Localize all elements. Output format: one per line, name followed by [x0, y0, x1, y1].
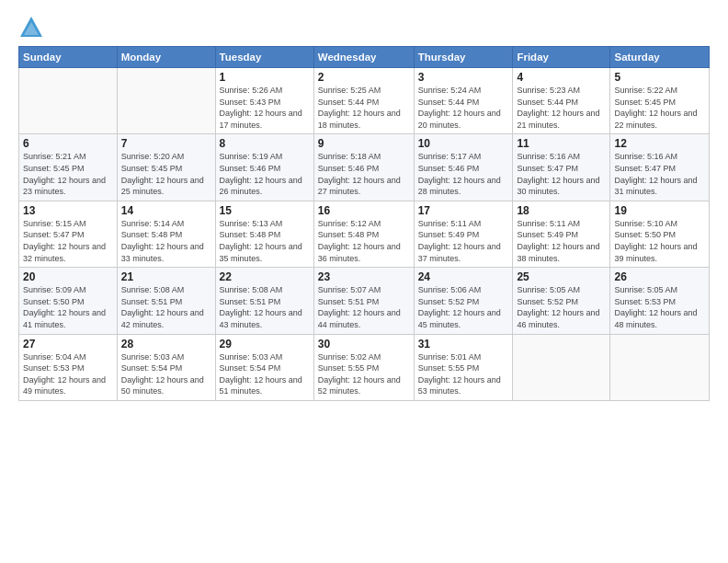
- header-cell-sunday: Sunday: [19, 47, 118, 68]
- week-row-4: 20Sunrise: 5:09 AM Sunset: 5:50 PM Dayli…: [19, 268, 710, 334]
- day-number: 6: [23, 137, 113, 150]
- day-number: 19: [614, 204, 705, 217]
- header: [18, 15, 710, 40]
- header-cell-friday: Friday: [513, 47, 610, 68]
- week-row-3: 13Sunrise: 5:15 AM Sunset: 5:47 PM Dayli…: [19, 201, 710, 267]
- day-number: 18: [517, 204, 606, 217]
- day-cell: 10Sunrise: 5:17 AM Sunset: 5:46 PM Dayli…: [414, 134, 513, 201]
- day-info: Sunrise: 5:05 AM Sunset: 5:52 PM Dayligh…: [517, 284, 606, 330]
- day-number: 31: [418, 338, 509, 350]
- day-cell: 23Sunrise: 5:07 AM Sunset: 5:51 PM Dayli…: [313, 268, 414, 334]
- day-info: Sunrise: 5:26 AM Sunset: 5:43 PM Dayligh…: [220, 85, 310, 131]
- day-info: Sunrise: 5:18 AM Sunset: 5:46 PM Dayligh…: [318, 151, 410, 197]
- day-cell: [513, 334, 610, 400]
- day-info: Sunrise: 5:19 AM Sunset: 5:46 PM Dayligh…: [220, 151, 310, 197]
- day-cell: 8Sunrise: 5:19 AM Sunset: 5:46 PM Daylig…: [215, 134, 313, 201]
- day-info: Sunrise: 5:02 AM Sunset: 5:55 PM Dayligh…: [318, 351, 410, 397]
- day-number: 24: [418, 270, 509, 283]
- day-info: Sunrise: 5:08 AM Sunset: 5:51 PM Dayligh…: [220, 284, 310, 330]
- day-info: Sunrise: 5:11 AM Sunset: 5:49 PM Dayligh…: [517, 218, 606, 264]
- header-cell-saturday: Saturday: [610, 47, 710, 68]
- day-cell: [610, 334, 710, 400]
- day-info: Sunrise: 5:07 AM Sunset: 5:51 PM Dayligh…: [318, 284, 410, 330]
- day-cell: 2Sunrise: 5:25 AM Sunset: 5:44 PM Daylig…: [313, 68, 414, 134]
- day-info: Sunrise: 5:05 AM Sunset: 5:53 PM Dayligh…: [614, 284, 705, 330]
- day-cell: 30Sunrise: 5:02 AM Sunset: 5:55 PM Dayli…: [313, 334, 414, 400]
- day-number: 28: [121, 338, 211, 350]
- week-row-1: 1Sunrise: 5:26 AM Sunset: 5:43 PM Daylig…: [19, 68, 710, 134]
- day-info: Sunrise: 5:20 AM Sunset: 5:45 PM Dayligh…: [121, 151, 211, 197]
- day-cell: 7Sunrise: 5:20 AM Sunset: 5:45 PM Daylig…: [117, 134, 215, 201]
- page: SundayMondayTuesdayWednesdayThursdayFrid…: [0, 0, 728, 563]
- day-cell: 25Sunrise: 5:05 AM Sunset: 5:52 PM Dayli…: [513, 268, 610, 334]
- logo-icon: [18, 15, 44, 40]
- header-cell-wednesday: Wednesday: [313, 47, 414, 68]
- day-cell: 17Sunrise: 5:11 AM Sunset: 5:49 PM Dayli…: [414, 201, 513, 267]
- day-info: Sunrise: 5:16 AM Sunset: 5:47 PM Dayligh…: [614, 151, 705, 197]
- day-cell: 31Sunrise: 5:01 AM Sunset: 5:55 PM Dayli…: [414, 334, 513, 400]
- day-info: Sunrise: 5:01 AM Sunset: 5:55 PM Dayligh…: [418, 351, 509, 397]
- week-row-2: 6Sunrise: 5:21 AM Sunset: 5:45 PM Daylig…: [19, 134, 710, 201]
- day-cell: 5Sunrise: 5:22 AM Sunset: 5:45 PM Daylig…: [610, 68, 710, 134]
- day-info: Sunrise: 5:14 AM Sunset: 5:48 PM Dayligh…: [121, 218, 211, 264]
- day-info: Sunrise: 5:12 AM Sunset: 5:48 PM Dayligh…: [318, 218, 410, 264]
- week-row-5: 27Sunrise: 5:04 AM Sunset: 5:53 PM Dayli…: [19, 334, 710, 400]
- day-info: Sunrise: 5:15 AM Sunset: 5:47 PM Dayligh…: [23, 218, 113, 264]
- day-cell: 20Sunrise: 5:09 AM Sunset: 5:50 PM Dayli…: [19, 268, 118, 334]
- day-info: Sunrise: 5:06 AM Sunset: 5:52 PM Dayligh…: [418, 284, 509, 330]
- day-info: Sunrise: 5:21 AM Sunset: 5:45 PM Dayligh…: [23, 151, 113, 197]
- day-number: 4: [517, 71, 606, 84]
- header-cell-thursday: Thursday: [414, 47, 513, 68]
- day-cell: 21Sunrise: 5:08 AM Sunset: 5:51 PM Dayli…: [117, 268, 215, 334]
- day-number: 8: [220, 137, 310, 150]
- day-info: Sunrise: 5:08 AM Sunset: 5:51 PM Dayligh…: [121, 284, 211, 330]
- day-cell: 1Sunrise: 5:26 AM Sunset: 5:43 PM Daylig…: [215, 68, 313, 134]
- day-info: Sunrise: 5:03 AM Sunset: 5:54 PM Dayligh…: [121, 351, 211, 397]
- logo: [18, 15, 48, 40]
- day-number: 15: [220, 204, 310, 217]
- day-number: 14: [121, 204, 211, 217]
- calendar: SundayMondayTuesdayWednesdayThursdayFrid…: [18, 46, 710, 401]
- day-number: 21: [121, 270, 211, 283]
- day-cell: 16Sunrise: 5:12 AM Sunset: 5:48 PM Dayli…: [313, 201, 414, 267]
- day-cell: [117, 68, 215, 134]
- day-number: 29: [220, 338, 310, 350]
- day-number: 12: [614, 137, 705, 150]
- day-number: 1: [220, 71, 310, 84]
- day-cell: 28Sunrise: 5:03 AM Sunset: 5:54 PM Dayli…: [117, 334, 215, 400]
- day-number: 2: [318, 71, 410, 84]
- day-cell: 13Sunrise: 5:15 AM Sunset: 5:47 PM Dayli…: [19, 201, 118, 267]
- day-number: 23: [318, 270, 410, 283]
- day-number: 25: [517, 270, 606, 283]
- day-number: 3: [418, 71, 509, 84]
- day-cell: 15Sunrise: 5:13 AM Sunset: 5:48 PM Dayli…: [215, 201, 313, 267]
- header-row: SundayMondayTuesdayWednesdayThursdayFrid…: [19, 47, 710, 68]
- day-info: Sunrise: 5:10 AM Sunset: 5:50 PM Dayligh…: [614, 218, 705, 264]
- day-number: 5: [614, 71, 705, 84]
- day-cell: 19Sunrise: 5:10 AM Sunset: 5:50 PM Dayli…: [610, 201, 710, 267]
- day-cell: 12Sunrise: 5:16 AM Sunset: 5:47 PM Dayli…: [610, 134, 710, 201]
- day-number: 7: [121, 137, 211, 150]
- header-cell-tuesday: Tuesday: [215, 47, 313, 68]
- day-number: 11: [517, 137, 606, 150]
- day-cell: 27Sunrise: 5:04 AM Sunset: 5:53 PM Dayli…: [19, 334, 118, 400]
- day-number: 30: [318, 338, 410, 350]
- day-cell: 14Sunrise: 5:14 AM Sunset: 5:48 PM Dayli…: [117, 201, 215, 267]
- day-info: Sunrise: 5:17 AM Sunset: 5:46 PM Dayligh…: [418, 151, 509, 197]
- day-cell: 6Sunrise: 5:21 AM Sunset: 5:45 PM Daylig…: [19, 134, 118, 201]
- day-info: Sunrise: 5:23 AM Sunset: 5:44 PM Dayligh…: [517, 85, 606, 131]
- header-cell-monday: Monday: [117, 47, 215, 68]
- day-cell: 3Sunrise: 5:24 AM Sunset: 5:44 PM Daylig…: [414, 68, 513, 134]
- day-cell: 4Sunrise: 5:23 AM Sunset: 5:44 PM Daylig…: [513, 68, 610, 134]
- day-info: Sunrise: 5:04 AM Sunset: 5:53 PM Dayligh…: [23, 351, 113, 397]
- day-info: Sunrise: 5:09 AM Sunset: 5:50 PM Dayligh…: [23, 284, 113, 330]
- day-number: 17: [418, 204, 509, 217]
- day-info: Sunrise: 5:24 AM Sunset: 5:44 PM Dayligh…: [418, 85, 509, 131]
- day-number: 20: [23, 270, 113, 283]
- day-cell: 9Sunrise: 5:18 AM Sunset: 5:46 PM Daylig…: [313, 134, 414, 201]
- day-number: 26: [614, 270, 705, 283]
- day-info: Sunrise: 5:03 AM Sunset: 5:54 PM Dayligh…: [220, 351, 310, 397]
- day-cell: 24Sunrise: 5:06 AM Sunset: 5:52 PM Dayli…: [414, 268, 513, 334]
- day-number: 16: [318, 204, 410, 217]
- day-cell: 22Sunrise: 5:08 AM Sunset: 5:51 PM Dayli…: [215, 268, 313, 334]
